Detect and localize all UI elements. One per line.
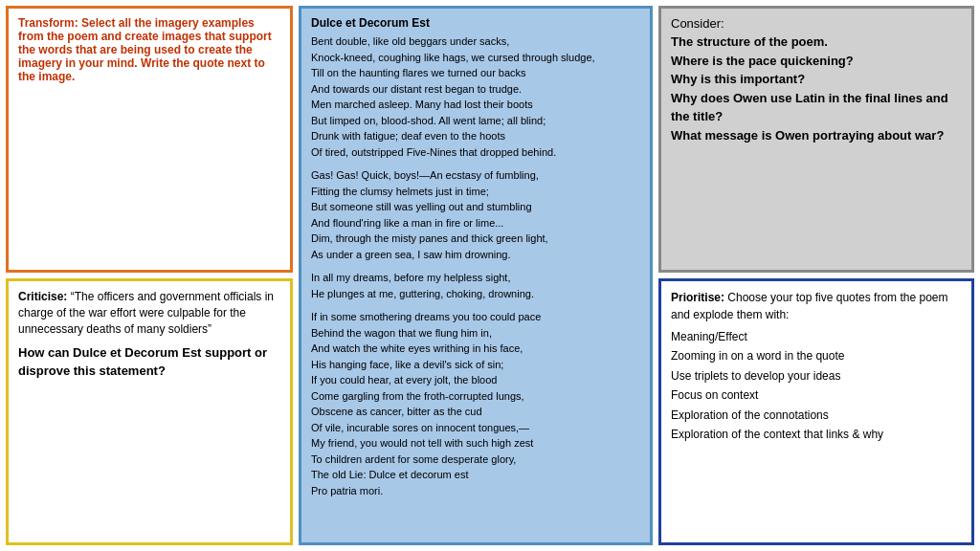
- consider-line-3: Why is this important?: [671, 70, 962, 89]
- poem-stanza1: Bent double, like old beggars under sack…: [311, 33, 640, 160]
- criticise-label: Criticise:: [18, 290, 67, 303]
- poem-card: Dulce et Decorum Est Bent double, like o…: [299, 6, 653, 545]
- criticise-question: How can Dulce et Decorum Est support or …: [18, 344, 280, 379]
- prioritise-item-5: Exploration of the connotations: [671, 406, 962, 425]
- prioritise-label: Prioritise:: [671, 291, 724, 304]
- consider-line-2: Where is the pace quickening?: [671, 52, 962, 71]
- poem-stanza3: In all my dreams, before my helpless sig…: [311, 270, 640, 301]
- poem-stanza2: Gas! Gas! Quick, boys!—An ecstasy of fum…: [311, 167, 640, 262]
- criticise-text: Criticise: “The officers and government …: [18, 289, 280, 337]
- consider-card: Consider: The structure of the poem. Whe…: [658, 6, 974, 273]
- prioritise-item-4: Focus on context: [671, 386, 962, 405]
- consider-body: The structure of the poem. Where is the …: [671, 33, 962, 144]
- transform-card: Transform: Select all the imagery exampl…: [6, 6, 293, 273]
- transform-label: Transform:: [18, 16, 78, 30]
- criticise-card: Criticise: “The officers and government …: [6, 278, 293, 545]
- consider-line-1: The structure of the poem.: [671, 33, 962, 52]
- prioritise-item-1: Meaning/Effect: [671, 327, 962, 346]
- consider-line-5: What message is Owen portraying about wa…: [671, 126, 962, 145]
- consider-line-4: Why does Owen use Latin in the final lin…: [671, 89, 962, 126]
- consider-label: Consider:: [671, 16, 962, 31]
- prioritise-item-2: Zooming in on a word in the quote: [671, 346, 962, 365]
- prioritise-item-3: Use triplets to develop your ideas: [671, 366, 962, 386]
- transform-title: Transform: Select all the imagery exampl…: [18, 16, 280, 83]
- poem-title: Dulce et Decorum Est: [311, 16, 640, 30]
- prioritise-item-6: Exploration of the context that links & …: [671, 425, 962, 444]
- poem-stanza4: If in some smothering dreams you too cou…: [311, 309, 640, 498]
- prioritise-list: Meaning/Effect Zooming in on a word in t…: [671, 327, 962, 444]
- prioritise-card: Prioritise: Choose your top five quotes …: [658, 278, 974, 545]
- prioritise-title: Prioritise: Choose your top five quotes …: [671, 289, 962, 323]
